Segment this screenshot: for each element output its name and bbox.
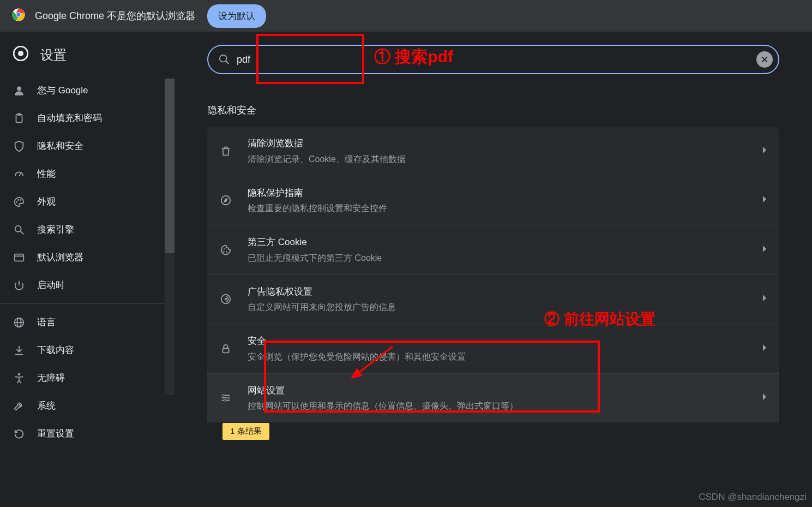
settings-search-box[interactable] [207, 45, 779, 74]
compass-icon [219, 194, 232, 207]
row-ads-privacy[interactable]: 广告隐私权设置 自定义网站可用来向您投放广告的信息 [207, 275, 779, 324]
row-privacy-guide[interactable]: 隐私保护指南 检查重要的隐私控制设置和安全控件 [207, 176, 779, 225]
svg-line-14 [21, 231, 24, 234]
sidebar-item-label: 下载内容 [37, 344, 74, 356]
watermark: CSDN @shandianchengzi [699, 492, 807, 503]
chrome-logo-icon [12, 8, 25, 23]
search-icon [218, 53, 230, 65]
sidebar-item-label: 重置设置 [37, 427, 74, 440]
palette-icon [13, 196, 25, 208]
settings-title: 设置 [40, 46, 67, 64]
wrench-icon [13, 400, 25, 412]
ads-icon [219, 293, 232, 306]
sidebar-item-performance[interactable]: 性能 [0, 160, 175, 188]
cookie-icon [219, 243, 232, 257]
clear-search-button[interactable] [756, 51, 773, 68]
settings-header: 设置 [0, 32, 175, 76]
sidebar-item-label: 搜索引擎 [37, 223, 74, 236]
row-desc: 控制网站可以使用和显示的信息（位置信息、摄像头、弹出式窗口等） [248, 399, 762, 413]
row-title: 第三方 Cookie [248, 235, 762, 249]
shield-icon [13, 140, 25, 152]
section-title-privacy: 隐私和安全 [207, 104, 779, 117]
sidebar-item-label: 自动填充和密码 [37, 112, 102, 124]
search-result-chip: 1 条结果 [222, 423, 269, 440]
close-icon [760, 55, 769, 64]
row-desc: 清除浏览记录、Cookie、缓存及其他数据 [248, 153, 762, 166]
sidebar-item-appearance[interactable]: 外观 [0, 188, 175, 216]
clipboard-icon [13, 112, 25, 124]
lock-icon [219, 342, 232, 355]
chevron-right-icon [762, 393, 767, 403]
sidebar-item-label: 您与 Google [37, 84, 88, 97]
person-icon [13, 85, 25, 97]
row-security[interactable]: 安全 安全浏览（保护您免受危险网站的侵害）和其他安全设置 [207, 324, 779, 373]
row-desc: 已阻止无痕模式下的第三方 Cookie [248, 252, 762, 265]
svg-point-10 [16, 201, 17, 202]
svg-line-9 [19, 173, 21, 176]
sidebar-item-search-engine[interactable]: 搜索引擎 [0, 216, 175, 243]
row-title: 安全 [248, 334, 762, 348]
speedometer-icon [13, 168, 25, 180]
svg-point-34 [223, 395, 225, 397]
row-title: 清除浏览数据 [248, 136, 762, 151]
sidebar-item-label: 默认浏览器 [37, 251, 83, 264]
svg-point-13 [15, 225, 21, 231]
sidebar-item-label: 启动时 [37, 279, 65, 291]
sidebar-item-label: 外观 [37, 195, 56, 208]
row-desc: 自定义网站可用来向您投放广告的信息 [248, 301, 762, 314]
svg-point-25 [224, 248, 225, 249]
svg-point-36 [224, 399, 226, 402]
sidebar-scrollbar-thumb[interactable] [165, 79, 175, 253]
row-site-settings[interactable]: 网站设置 控制网站可以使用和显示的信息（位置信息、摄像头、弹出式窗口等） 1 条… [207, 373, 779, 423]
sidebar-item-languages[interactable]: 语言 [0, 308, 175, 336]
sidebar-item-system[interactable]: 系统 [0, 392, 175, 420]
row-title: 广告隐私权设置 [248, 285, 762, 299]
sidebar-item-reset[interactable]: 重置设置 [0, 420, 175, 448]
sidebar-item-default-browser[interactable]: 默认浏览器 [0, 243, 175, 271]
svg-rect-30 [223, 348, 229, 353]
svg-point-6 [17, 86, 21, 90]
row-clear-browsing-data[interactable]: 清除浏览数据 清除浏览记录、Cookie、缓存及其他数据 [207, 127, 779, 176]
sidebar: 设置 您与 Google 自动填充和密码 隐私和安全 性能 外观 [0, 32, 175, 507]
svg-point-22 [220, 55, 227, 62]
search-icon [13, 224, 25, 236]
sidebar-item-label: 隐私和安全 [37, 140, 83, 152]
privacy-card: 清除浏览数据 清除浏览记录、Cookie、缓存及其他数据 隐私保护指南 检查重要… [207, 127, 779, 422]
row-third-party-cookies[interactable]: 第三方 Cookie 已阻止无痕模式下的第三方 Cookie [207, 225, 779, 275]
sliders-icon [219, 391, 232, 404]
reset-icon [13, 428, 25, 440]
settings-logo-icon [13, 46, 28, 64]
sidebar-item-downloads[interactable]: 下载内容 [0, 336, 175, 364]
svg-point-26 [223, 251, 224, 252]
chevron-right-icon [762, 245, 767, 255]
globe-icon [13, 317, 25, 329]
trash-icon [219, 145, 232, 158]
svg-point-27 [226, 252, 227, 253]
svg-point-5 [18, 51, 23, 56]
chevron-right-icon [762, 195, 767, 205]
chevron-right-icon [762, 146, 767, 156]
chevron-right-icon [762, 294, 767, 304]
sidebar-item-on-startup[interactable]: 启动时 [0, 271, 175, 299]
sidebar-item-you-and-google[interactable]: 您与 Google [0, 76, 175, 104]
banner-text: Google Chrome 不是您的默认浏览器 [35, 9, 195, 22]
set-default-button[interactable]: 设为默认 [207, 4, 266, 28]
sidebar-item-accessibility[interactable]: 无障碍 [0, 364, 175, 392]
svg-line-23 [226, 61, 229, 64]
sidebar-item-privacy[interactable]: 隐私和安全 [0, 132, 175, 160]
settings-search-input[interactable] [237, 54, 750, 65]
svg-point-35 [227, 397, 229, 399]
sidebar-scrollbar[interactable] [165, 79, 175, 395]
sidebar-item-label: 无障碍 [37, 372, 65, 384]
svg-point-29 [225, 298, 227, 300]
sidebar-item-label: 性能 [37, 168, 56, 180]
sidebar-item-label: 语言 [37, 316, 56, 329]
power-icon [13, 279, 25, 291]
sidebar-divider [0, 303, 175, 304]
row-desc: 安全浏览（保护您免受危险网站的侵害）和其他安全设置 [248, 350, 762, 363]
default-browser-banner: Google Chrome 不是您的默认浏览器 设为默认 [0, 0, 812, 32]
svg-point-12 [20, 199, 21, 200]
browser-icon [13, 252, 25, 264]
accessibility-icon [13, 372, 25, 384]
sidebar-item-autofill[interactable]: 自动填充和密码 [0, 104, 175, 132]
